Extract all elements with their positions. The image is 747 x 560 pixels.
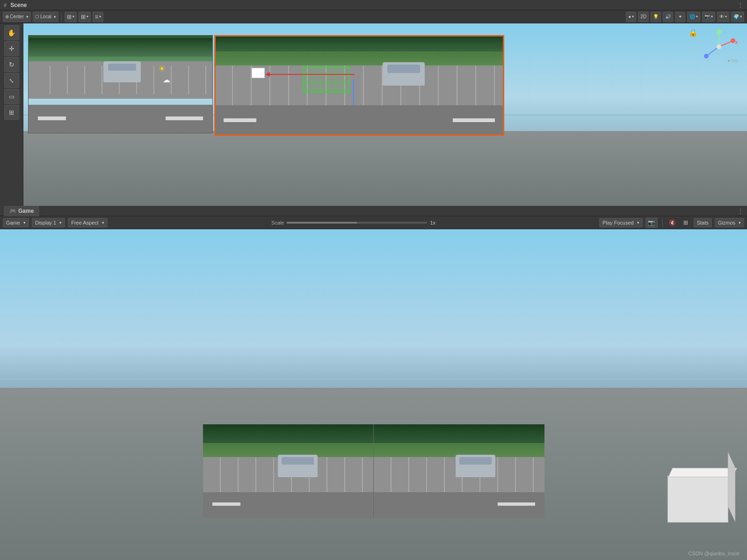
light-button[interactable]: 💡 xyxy=(651,12,661,22)
scene-title: Scene xyxy=(10,2,27,8)
gizmos-button[interactable]: Gizmos xyxy=(715,218,744,227)
ground-plane xyxy=(23,131,747,206)
road-left xyxy=(29,105,212,133)
divider-2 xyxy=(662,218,663,227)
game-car-left xyxy=(278,455,318,477)
scene-sky: ☀ ☁ xyxy=(23,23,747,206)
hand-tool-button[interactable]: ✋ xyxy=(4,25,19,40)
game-parking-right xyxy=(374,424,544,518)
hidden-button[interactable]: 👁▾ xyxy=(717,12,729,22)
stats-label: Stats xyxy=(697,220,709,225)
aspect-dropdown-label: Free Aspect xyxy=(71,220,99,225)
divider-1 xyxy=(61,13,62,21)
scene-hash-icon: # xyxy=(4,2,7,8)
game-toolbar: Game Display 1 Free Aspect Scale 1x Play… xyxy=(0,216,747,229)
car-right xyxy=(383,62,425,86)
rotate-tool-button[interactable]: ↻ xyxy=(4,57,19,72)
game-dropdown-label: Game xyxy=(6,220,20,225)
grid-button[interactable]: ⊞▾ xyxy=(79,12,91,22)
scale-tool-button[interactable]: ⤡ xyxy=(4,73,19,88)
axis-button[interactable]: ≡▾ xyxy=(93,12,103,22)
tree-row-left xyxy=(29,36,212,61)
game-titlebar: 🎮 Game ⋮ xyxy=(0,206,747,216)
display-dropdown[interactable]: Display 1 xyxy=(32,218,65,227)
parking-scene-right xyxy=(214,35,504,136)
sun-icon: ☀ xyxy=(158,64,166,74)
move-tool-button[interactable]: ✛ xyxy=(4,41,19,56)
game-tab-label: Game xyxy=(18,208,34,214)
white-cube xyxy=(252,68,265,78)
audio-mute-button[interactable]: 🔇 xyxy=(667,218,678,228)
stats-button[interactable]: Stats xyxy=(694,218,712,227)
game-parking-scene xyxy=(203,424,544,518)
scale-slider[interactable] xyxy=(287,222,427,224)
svg-point-5 xyxy=(704,54,709,58)
game-road-left xyxy=(203,492,373,518)
gizmo-x-label: x xyxy=(735,40,738,45)
scene-titlebar: # Scene ⋮ xyxy=(0,0,747,10)
rect-tool-button[interactable]: ▭ xyxy=(4,89,19,104)
audio-button[interactable]: 🔊 xyxy=(663,12,673,22)
center-dropdown[interactable]: ⊕ Center xyxy=(3,12,31,22)
aspect-dropdown[interactable]: Free Aspect xyxy=(68,218,108,227)
gizmo: y x ≡ Iso xyxy=(700,28,738,65)
transform-tool-button[interactable]: ⊞ xyxy=(4,105,19,120)
skybox-button[interactable]: 🌐▾ xyxy=(687,12,700,22)
game-panel: 🎮 Game ⋮ Game Display 1 Free Aspect Scal… xyxy=(0,206,747,560)
parking-scene-left: ☀ ☁ xyxy=(28,35,213,133)
green-grid xyxy=(303,67,350,93)
shrubs-right xyxy=(214,51,504,65)
red-arrow xyxy=(268,74,355,75)
stats-grid-button[interactable]: ⊞ xyxy=(681,218,691,228)
game-road-right xyxy=(374,492,544,518)
gizmo-y-label: y xyxy=(717,30,719,36)
fx-button[interactable]: ✦ xyxy=(675,12,685,22)
gizmos-label: Gizmos xyxy=(718,220,735,225)
scale-label: Scale xyxy=(271,220,284,225)
game-car-right xyxy=(456,455,495,477)
scene-viewport-area[interactable]: ☀ ☁ xyxy=(0,23,747,206)
svg-point-6 xyxy=(717,44,721,49)
scene-more-button[interactable]: ⋮ xyxy=(738,2,743,8)
game-building-cube xyxy=(667,476,728,523)
lock-icon[interactable]: 🔒 xyxy=(689,28,698,37)
gizmo-iso-label: ≡ Iso xyxy=(728,58,738,63)
scale-value: 1x xyxy=(430,220,435,225)
scene-toolbar: ⊕ Center ⬡ Local ⊞▾ ⊞▾ ≡▾ ●▾ 2D 💡 🔊 ✦ 🌐▾… xyxy=(0,10,747,23)
game-parking-left xyxy=(203,424,374,518)
scene-left-toolbar: ✋ ✛ ↻ ⤡ ▭ ⊞ xyxy=(0,23,23,206)
game-dropdown[interactable]: Game xyxy=(3,218,29,227)
screenshot-button[interactable]: 📷 xyxy=(645,218,658,228)
scene-panel: # Scene ⋮ ⊕ Center ⬡ Local ⊞▾ ⊞▾ ≡▾ ●▾ 2… xyxy=(0,0,747,206)
car-left xyxy=(103,61,141,82)
snap-button[interactable]: ⊞▾ xyxy=(65,12,77,22)
game-horizon xyxy=(0,378,747,379)
play-focused-label: Play Focused xyxy=(602,220,634,225)
cloud-icon: ☁ xyxy=(163,75,170,84)
scale-container: Scale 1x xyxy=(110,220,596,225)
game-viewport[interactable]: CSDN @qianbo_insist xyxy=(0,229,747,560)
game-icon: 🎮 xyxy=(9,208,16,214)
local-dropdown[interactable]: ⬡ Local xyxy=(33,12,58,22)
watermark: CSDN @qianbo_insist xyxy=(688,551,740,556)
2d-button[interactable]: 2D xyxy=(638,12,649,22)
game-building-top xyxy=(668,468,737,477)
play-focused-dropdown[interactable]: Play Focused xyxy=(599,218,643,227)
camera-button[interactable]: 📷▾ xyxy=(702,12,715,22)
scene-settings-button[interactable]: 🌍▾ xyxy=(731,12,744,22)
lighting-button[interactable]: ●▾ xyxy=(626,12,636,22)
game-tab[interactable]: 🎮 Game xyxy=(4,206,40,216)
game-more-button[interactable]: ⋮ xyxy=(738,208,743,214)
road-right xyxy=(214,105,504,136)
display-dropdown-label: Display 1 xyxy=(35,220,56,225)
